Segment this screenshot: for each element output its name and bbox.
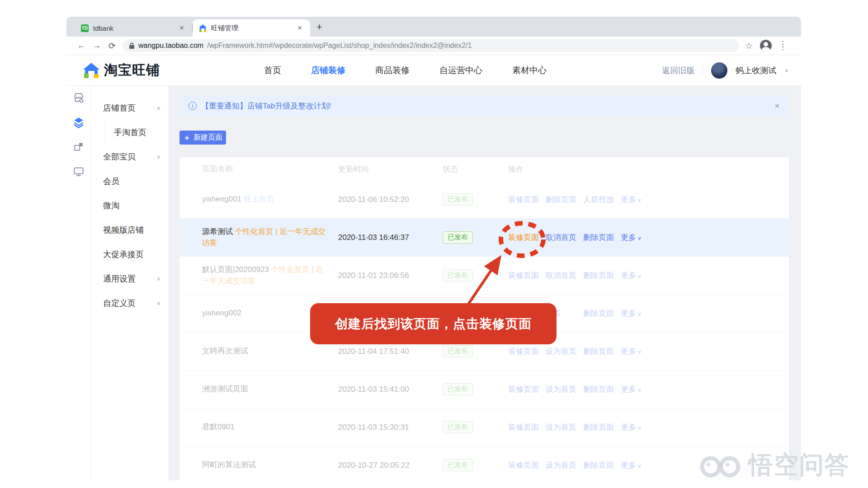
- action-link-设为首页[interactable]: 设为首页: [546, 422, 576, 432]
- close-tab-icon[interactable]: ×: [178, 24, 186, 32]
- action-link-删除页面[interactable]: 删除页面: [546, 194, 576, 205]
- status-cell: 已发布: [443, 231, 508, 244]
- page-name: yisheng002: [202, 309, 241, 317]
- table-row-2: 默认页面|20200923 个性化首页 | 近一年无成交访客2020-11-01…: [179, 257, 789, 295]
- divider: [703, 66, 703, 75]
- column-header-page-name: 页面名称: [179, 164, 338, 175]
- page-name: 源希测试: [202, 227, 235, 236]
- action-link-装修页面[interactable]: 装修页面: [508, 232, 539, 243]
- new-page-button[interactable]: ＋ 新建页面: [179, 131, 226, 145]
- action-link-装修页面[interactable]: 装修页面: [508, 422, 539, 432]
- action-link-设为首页[interactable]: 设为首页: [546, 460, 576, 470]
- sidebar-item-label: 大促承接页: [103, 249, 144, 260]
- action-link-删除页面[interactable]: 删除页面: [583, 270, 614, 281]
- action-link-删除页面[interactable]: 删除页面: [583, 384, 614, 394]
- action-link-更多[interactable]: 更多 ∨: [621, 346, 651, 357]
- action-link-删除页面[interactable]: 删除页面: [583, 308, 614, 319]
- action-link-装修页面[interactable]: 装修页面: [508, 460, 539, 470]
- nav-item-3[interactable]: 自运营中心: [439, 65, 482, 76]
- status-cell: 已发布: [443, 193, 508, 206]
- sidebar-item-3[interactable]: 会员: [91, 169, 169, 193]
- page-name: 君默0901: [202, 422, 235, 431]
- banner-close-icon[interactable]: ×: [774, 101, 780, 111]
- nav-item-4[interactable]: 素材中心: [512, 65, 547, 76]
- app-nav: 首页店铺装修商品装修自运营中心素材中心: [264, 65, 547, 76]
- monitor-icon[interactable]: [73, 165, 85, 177]
- chevron-down-icon: ∨: [156, 300, 160, 306]
- browser-window: TD tdbank × 旺铺管理 × + ← → ⟳: [66, 17, 801, 480]
- reload-icon[interactable]: ⟳: [104, 41, 120, 51]
- action-link-删除页面[interactable]: 删除页面: [583, 422, 614, 432]
- status-badge: 已发布: [443, 193, 473, 206]
- update-time-cell: 2020-11-03 15:41:00: [338, 385, 443, 394]
- back-to-old-version-link[interactable]: 返回旧版: [662, 65, 694, 76]
- page-name-cell: 阿町的算法测试: [179, 460, 338, 471]
- nav-item-1[interactable]: 店铺装修: [311, 65, 345, 76]
- table-row-6: 君默09012020-11-03 15:30:31已发布装修页面设为首页删除页面…: [179, 408, 789, 446]
- main-content: i 【重要通知】店铺Tab升级及整改计划! × ＋ 新建页面 页面名称 更新时间…: [169, 86, 801, 480]
- user-name[interactable]: 蚂上收测试: [736, 65, 776, 76]
- shop-settings-icon[interactable]: [73, 92, 85, 104]
- user-avatar[interactable]: [711, 62, 727, 79]
- action-link-删除页面[interactable]: 删除页面: [583, 346, 614, 357]
- close-tab-icon[interactable]: ×: [296, 24, 304, 32]
- action-link-取消首页[interactable]: 取消首页: [546, 270, 576, 281]
- actions-cell: 装修页面设为首页删除页面更多 ∨: [508, 384, 789, 394]
- info-icon: i: [189, 102, 197, 110]
- action-link-更多[interactable]: 更多 ∨: [621, 308, 651, 319]
- status-cell: 已发布: [443, 421, 508, 433]
- actions-cell: 装修页面取消首页删除页面更多 ∨: [508, 270, 789, 281]
- column-header-update-time: 更新时间: [338, 164, 443, 174]
- table-row-7: 阿町的算法测试2020-10-27 20:05:22已发布装修页面设为首页删除页…: [179, 446, 789, 480]
- action-link-删除页面[interactable]: 删除页面: [583, 232, 614, 243]
- sidebar-item-4[interactable]: 微淘: [91, 193, 169, 218]
- watermark: 悟空问答: [699, 449, 850, 482]
- browser-tab-tdbank[interactable]: TD tdbank ×: [75, 19, 192, 37]
- sidebar-item-0[interactable]: 店铺首页∧: [91, 96, 169, 120]
- sidebar-item-1[interactable]: 手淘首页: [91, 120, 169, 145]
- page-name-tag[interactable]: 线上首页: [244, 195, 274, 203]
- action-link-装修页面[interactable]: 装修页面: [508, 270, 539, 281]
- sidebar-item-7[interactable]: 通用设置∨: [91, 267, 169, 291]
- forward-icon[interactable]: →: [89, 41, 104, 51]
- action-link-更多[interactable]: 更多 ∨: [621, 232, 651, 243]
- action-link-装修页面[interactable]: 装修页面: [508, 346, 539, 357]
- sidebar-menu: 店铺首页∧手淘首页全部宝贝∨会员微淘视频版店铺大促承接页通用设置∨自定义页∨: [91, 86, 169, 480]
- browser-menu-icon[interactable]: ⋮⋮: [779, 43, 787, 48]
- browser-tab-wangpu[interactable]: 旺铺管理 ×: [193, 19, 310, 37]
- back-icon[interactable]: ←: [74, 41, 89, 51]
- chevron-down-icon[interactable]: ∨: [784, 67, 788, 74]
- bookmark-star-icon[interactable]: ☆: [745, 41, 753, 51]
- action-link-删除页面[interactable]: 删除页面: [583, 460, 614, 470]
- column-header-status: 状态: [443, 164, 508, 174]
- action-link-装修页面[interactable]: 装修页面: [508, 194, 539, 205]
- action-link-更多[interactable]: 更多 ∨: [621, 194, 651, 205]
- action-link-设为首页[interactable]: 设为首页: [546, 384, 576, 394]
- browser-profile-icon[interactable]: [760, 40, 772, 52]
- sidebar-item-5[interactable]: 视频版店铺: [91, 218, 169, 242]
- status-badge: 已发布: [443, 383, 473, 395]
- action-link-更多[interactable]: 更多 ∨: [621, 384, 651, 394]
- action-link-装修页面[interactable]: 装修页面: [508, 384, 539, 394]
- sidebar-item-2[interactable]: 全部宝贝∨: [91, 145, 169, 169]
- action-link-设为首页[interactable]: 设为首页: [546, 346, 576, 357]
- sidebar-item-label: 会员: [103, 176, 119, 187]
- table-row-0: yisheng001 线上首页2020-11-06 10:52:20已发布装修页…: [179, 181, 789, 219]
- sidebar-item-8[interactable]: 自定义页∨: [91, 291, 169, 315]
- nav-item-2[interactable]: 商品装修: [375, 65, 410, 76]
- widgets-icon[interactable]: [73, 141, 85, 153]
- sidebar-item-6[interactable]: 大促承接页: [91, 242, 169, 267]
- action-link-更多[interactable]: 更多 ∨: [621, 460, 651, 470]
- action-link-更多[interactable]: 更多 ∨: [621, 270, 651, 281]
- status-cell: 已发布: [443, 383, 508, 395]
- action-link-取消首页[interactable]: 取消首页: [546, 232, 576, 243]
- action-link-人群投放[interactable]: 人群投放: [583, 194, 614, 205]
- new-tab-button[interactable]: +: [316, 21, 322, 33]
- layers-icon-active[interactable]: [73, 117, 85, 128]
- action-link-更多[interactable]: 更多 ∨: [621, 422, 651, 432]
- address-bar[interactable]: wangpu.taobao.com/wpFramework.htm#/wpdec…: [123, 39, 739, 52]
- page-name: 阿町的算法测试: [202, 460, 256, 469]
- notice-text[interactable]: 【重要通知】店铺Tab升级及整改计划!: [201, 101, 331, 111]
- tab-title: 旺铺管理: [211, 24, 291, 33]
- nav-item-0[interactable]: 首页: [264, 65, 281, 76]
